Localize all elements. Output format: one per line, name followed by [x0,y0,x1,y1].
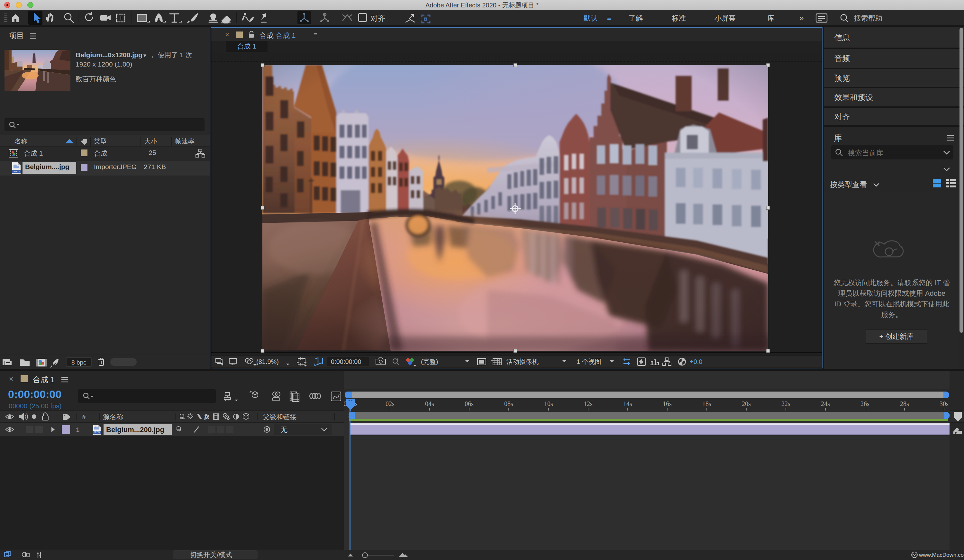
svg-text:1: 1 [76,426,80,433]
svg-text:8 bpc: 8 bpc [72,359,86,366]
svg-text:16s: 16s [663,400,672,407]
svg-text:06s: 06s [465,400,474,407]
svg-text:22s: 22s [782,400,790,407]
svg-text:14s: 14s [623,400,632,407]
svg-text:JPEG: JPEG [94,431,100,433]
svg-text:搜索帮助: 搜索帮助 [854,14,882,22]
svg-text:父级和链接: 父级和链接 [263,413,296,420]
svg-text:对齐: 对齐 [370,14,385,23]
svg-text:#: # [82,413,86,420]
svg-text:(81.9%): (81.9%) [256,358,279,365]
svg-text:了解: 了解 [629,14,643,22]
svg-text:26s: 26s [860,400,870,407]
svg-text:JPEG: JPEG [13,170,20,173]
svg-text:(完整): (完整) [421,358,438,365]
svg-text:0:00:00:00: 0:00:00:00 [331,358,362,365]
svg-text:Belgium...200.jpg: Belgium...200.jpg [106,426,164,434]
svg-text:10s: 10s [544,400,553,407]
svg-text:1 个视图: 1 个视图 [576,358,601,365]
svg-text:30s: 30s [940,400,949,407]
svg-text:18s: 18s [702,400,711,407]
svg-text:12s: 12s [584,400,593,407]
svg-text:08s: 08s [504,400,513,407]
svg-text:≡: ≡ [607,14,611,22]
svg-text:无: 无 [280,426,287,434]
svg-text:源名称: 源名称 [103,413,123,420]
svg-text:活动摄像机: 活动摄像机 [506,358,539,365]
svg-text:20s: 20s [742,400,751,407]
svg-text:»: » [800,13,804,22]
svg-text:库: 库 [767,14,774,22]
svg-text:切换开关/模式: 切换开关/模式 [190,551,232,558]
svg-text:04s: 04s [425,400,434,407]
svg-text:24s: 24s [821,400,830,407]
svg-text:28s: 28s [900,400,909,407]
svg-text:小屏幕: 小屏幕 [715,14,736,22]
svg-text:标准: 标准 [671,14,686,22]
svg-text:fx: fx [205,413,209,420]
svg-text:02s: 02s [386,400,394,407]
svg-text:+0.0: +0.0 [690,358,702,365]
svg-text:默认: 默认 [584,14,598,22]
svg-text:www.MacDown.com: www.MacDown.com [918,552,964,558]
